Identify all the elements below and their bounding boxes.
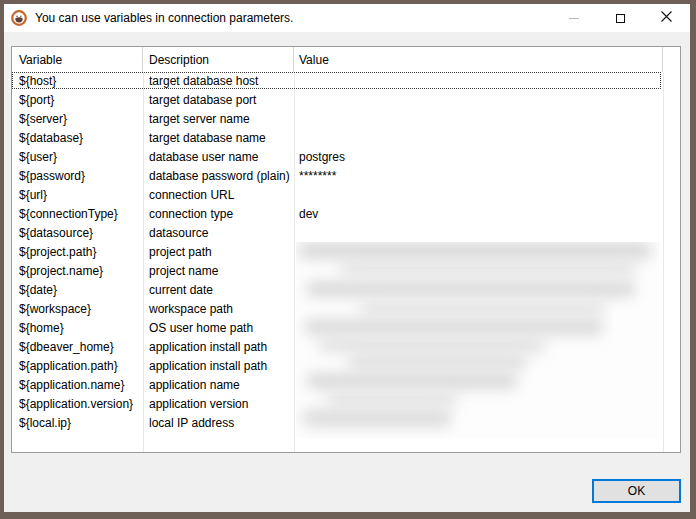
cell-description: workspace path <box>143 300 294 319</box>
cell-value <box>294 91 663 110</box>
table-header: Variable Description Value <box>12 47 680 72</box>
cell-description: project name <box>143 262 294 281</box>
cell-description: application name <box>143 376 294 395</box>
dialog-body: You can use variables in connection para… <box>4 4 690 512</box>
table-row[interactable]: ${user} database user name postgres <box>12 148 680 167</box>
cell-variable: ${project.name} <box>12 262 143 281</box>
table-row[interactable]: ${connectionType} connection type dev <box>12 205 680 224</box>
caption-buttons <box>551 4 689 32</box>
cell-variable: ${url} <box>12 186 143 205</box>
column-header-variable[interactable]: Variable <box>12 47 143 72</box>
table-row[interactable]: ${url} connection URL <box>12 186 680 205</box>
cell-value <box>294 186 663 205</box>
cell-variable: ${database} <box>12 129 143 148</box>
cell-description: current date <box>143 281 294 300</box>
cell-description: OS user home path <box>143 319 294 338</box>
cell-variable: ${connectionType} <box>12 205 143 224</box>
table-row[interactable]: ${host} target database host <box>12 72 680 91</box>
cell-description: connection URL <box>143 186 294 205</box>
cell-description: target server name <box>143 110 294 129</box>
cell-description: application version <box>143 395 294 414</box>
cell-value <box>294 129 663 148</box>
column-header-value[interactable]: Value <box>294 47 663 72</box>
cell-description: project path <box>143 243 294 262</box>
window-title: You can use variables in connection para… <box>35 11 293 25</box>
table-row[interactable]: ${port} target database port <box>12 91 680 110</box>
cell-variable: ${date} <box>12 281 143 300</box>
dbeaver-logo-icon <box>11 10 27 26</box>
title-bar[interactable]: You can use variables in connection para… <box>4 4 690 32</box>
table-row[interactable]: ${password} database password (plain) **… <box>12 167 680 186</box>
cell-variable: ${dbeaver_home} <box>12 338 143 357</box>
ok-button[interactable]: OK <box>592 479 681 503</box>
close-button[interactable] <box>643 4 689 32</box>
cell-variable: ${datasource} <box>12 224 143 243</box>
cell-variable: ${password} <box>12 167 143 186</box>
maximize-button[interactable] <box>597 4 643 32</box>
cell-variable: ${application.version} <box>12 395 143 414</box>
cell-variable: ${port} <box>12 91 143 110</box>
cell-variable: ${local.ip} <box>12 414 143 433</box>
cell-variable: ${server} <box>12 110 143 129</box>
cell-description: datasource <box>143 224 294 243</box>
dialog-window: You can use variables in connection para… <box>0 0 696 519</box>
cell-variable: ${workspace} <box>12 300 143 319</box>
table-row[interactable]: ${database} target database name <box>12 129 680 148</box>
cell-value <box>294 224 663 243</box>
cell-value <box>294 110 663 129</box>
column-header-description[interactable]: Description <box>143 47 294 72</box>
cell-description: connection type <box>143 205 294 224</box>
cell-variable: ${application.path} <box>12 357 143 376</box>
minimize-icon <box>569 18 579 19</box>
table-row[interactable]: ${server} target server name <box>12 110 680 129</box>
cell-description: target database name <box>143 129 294 148</box>
redacted-values-blur <box>296 242 660 438</box>
cell-description: database user name <box>143 148 294 167</box>
close-icon <box>661 11 672 25</box>
cell-variable: ${user} <box>12 148 143 167</box>
minimize-button <box>551 4 597 32</box>
cell-value: postgres <box>294 148 663 167</box>
maximize-icon <box>616 14 625 23</box>
cell-variable: ${project.path} <box>12 243 143 262</box>
row-focus-outline <box>12 72 661 89</box>
cell-description: application install path <box>143 338 294 357</box>
table-row[interactable]: ${datasource} datasource <box>12 224 680 243</box>
cell-description: target database port <box>143 91 294 110</box>
cell-variable: ${application.name} <box>12 376 143 395</box>
cell-variable: ${home} <box>12 319 143 338</box>
cell-description: database password (plain) <box>143 167 294 186</box>
cell-value: dev <box>294 205 663 224</box>
variables-table: Variable Description Value ${host} targe… <box>11 46 681 453</box>
cell-value: ******** <box>294 167 663 186</box>
cell-description: local IP address <box>143 414 294 433</box>
cell-description: application install path <box>143 357 294 376</box>
